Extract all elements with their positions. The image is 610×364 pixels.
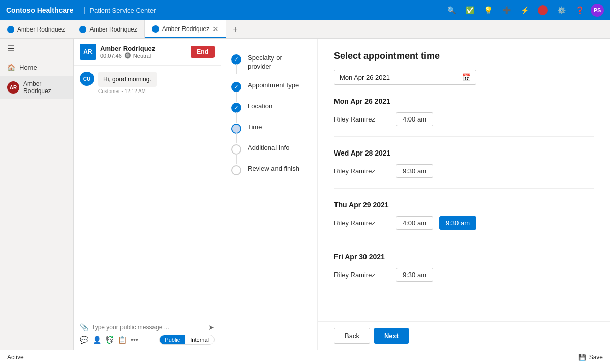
date-picker[interactable]: Mon Apr 26 2021 📅 xyxy=(334,70,476,85)
tab-label-2: Amber Rodriquez xyxy=(89,26,137,33)
bubble-text: Hi, good morning. xyxy=(98,72,157,87)
date-group-mon: Mon Apr 26 2021 Riley Ramirez 4:00 am xyxy=(334,97,594,137)
date-heading-mon: Mon Apr 26 2021 xyxy=(334,97,594,105)
public-mode-button[interactable]: Public xyxy=(160,335,185,344)
time-slot-thu-2[interactable]: 9:30 am xyxy=(439,216,476,230)
save-icon: 💾 xyxy=(578,354,586,361)
step-icon-1: ✓ xyxy=(231,54,241,65)
chat-header: AR Amber Rodriquez 00:07:46 🔘 Neutral En… xyxy=(74,39,221,66)
status-bar-right: 💾 Save xyxy=(578,354,603,361)
appointment-title: Select appointment time xyxy=(334,51,594,62)
tab-label-1: Amber Rodriquez xyxy=(17,26,65,33)
chat-toolbar: 💬 👤 💱 📋 ••• Public Internal xyxy=(80,331,215,346)
step-label-2: Appointment type xyxy=(248,81,299,90)
end-call-button[interactable]: End xyxy=(191,46,215,58)
chat-panel: AR Amber Rodriquez 00:07:46 🔘 Neutral En… xyxy=(74,39,221,350)
tab-label-3: Amber Rodriquez xyxy=(162,25,209,33)
main-layout: ☰ 🏠 Home AR Amber Rodriquez AR Amber Rod… xyxy=(0,39,610,350)
notification-badge xyxy=(538,5,548,15)
tab-amber-3[interactable]: Amber Rodriquez ✕ xyxy=(145,20,226,38)
date-heading-thu: Thu Apr 29 2021 xyxy=(334,201,594,209)
app-subtitle: Patient Service Center xyxy=(89,7,156,14)
next-button[interactable]: Next xyxy=(374,328,409,344)
internal-mode-button[interactable]: Internal xyxy=(185,335,214,344)
back-button[interactable]: Back xyxy=(334,328,370,344)
send-icon[interactable]: ➤ xyxy=(208,323,215,331)
steps-panel: ✓ Specialty or provider ✓ Appointment ty… xyxy=(221,39,318,350)
date-group-thu: Thu Apr 29 2021 Riley Ramirez 4:00 am 9:… xyxy=(334,201,594,240)
appointment-container: Select appointment time Mon Apr 26 2021 … xyxy=(318,39,610,321)
chat-tool-5[interactable]: ••• xyxy=(131,336,138,344)
chat-contact-name: Amber Rodriquez xyxy=(100,45,187,52)
hamburger-menu-icon[interactable]: ☰ xyxy=(0,39,73,58)
date-group-fri: Fri Apr 30 2021 Riley Ramirez 9:30 am xyxy=(334,253,594,292)
action-buttons: Back Next xyxy=(318,321,610,350)
step-time: Time xyxy=(221,118,317,139)
step-label-5: Additional Info xyxy=(248,144,289,153)
tab-person-icon-2 xyxy=(79,26,86,33)
settings-icon[interactable]: ⚙️ xyxy=(554,3,568,17)
checkmark-circle-icon[interactable]: ✅ xyxy=(463,3,477,17)
notification-icon[interactable] xyxy=(536,3,550,17)
nav-icons: 🔍 ✅ 💡 ➕ ⚡ ⚙️ ❓ PS xyxy=(444,3,604,17)
tab-add-button[interactable]: + xyxy=(226,20,245,38)
chat-timer: 00:07:46 xyxy=(100,53,122,59)
filter-icon[interactable]: ⚡ xyxy=(517,3,532,17)
brand-name: Contoso Healthcare xyxy=(6,6,73,14)
chat-tool-3[interactable]: 💱 xyxy=(105,336,114,344)
step-location: ✓ Location xyxy=(221,97,317,118)
step-review: Review and finish xyxy=(221,160,317,180)
chat-input-row: 📎 ➤ xyxy=(80,323,215,331)
time-slot-mon-1[interactable]: 4:00 am xyxy=(396,112,433,126)
agent-avatar: AR xyxy=(7,81,19,94)
step-icon-6 xyxy=(231,165,241,175)
time-slot-thu-1[interactable]: 4:00 am xyxy=(396,216,433,230)
help-icon[interactable]: ❓ xyxy=(572,3,587,17)
status-bar: Active 💾 Save xyxy=(0,350,610,364)
tab-amber-1[interactable]: Amber Rodriquez xyxy=(0,20,72,38)
tab-close-icon[interactable]: ✕ xyxy=(212,25,219,33)
search-icon[interactable]: 🔍 xyxy=(444,3,459,17)
slot-row-mon: Riley Ramirez 4:00 am xyxy=(334,112,594,126)
status-label: Active xyxy=(7,354,24,361)
tab-amber-2[interactable]: Amber Rodriquez xyxy=(72,20,144,38)
date-group-wed: Wed Apr 28 2021 Riley Ramirez 9:30 am xyxy=(334,149,594,189)
sidebar: ☰ 🏠 Home AR Amber Rodriquez xyxy=(0,39,74,350)
plus-icon[interactable]: ➕ xyxy=(499,3,513,17)
calendar-icon[interactable]: 📅 xyxy=(462,73,471,81)
user-avatar[interactable]: PS xyxy=(591,4,604,17)
provider-name-thu: Riley Ramirez xyxy=(334,219,390,227)
provider-name-mon: Riley Ramirez xyxy=(334,115,390,123)
provider-name-wed: Riley Ramirez xyxy=(334,167,390,175)
sidebar-item-home[interactable]: 🏠 Home xyxy=(0,58,73,76)
tab-person-icon-3 xyxy=(152,25,159,33)
step-icon-3: ✓ xyxy=(231,103,241,113)
bubble-content: Hi, good morning. Customer · 12:12 AM xyxy=(98,72,215,94)
chat-input-field[interactable] xyxy=(92,324,205,331)
time-slot-fri-1[interactable]: 9:30 am xyxy=(396,268,433,282)
chat-tool-2[interactable]: 👤 xyxy=(93,336,101,344)
step-label-3: Location xyxy=(248,102,272,111)
provider-name-fri: Riley Ramirez xyxy=(334,271,390,279)
nav-divider: | xyxy=(83,6,85,15)
chat-tool-4[interactable]: 📋 xyxy=(118,336,127,344)
chat-tool-1[interactable]: 💬 xyxy=(80,336,88,344)
tab-person-icon-1 xyxy=(7,26,14,33)
save-label[interactable]: Save xyxy=(589,354,603,361)
chat-mode-toggle: Public Internal xyxy=(159,335,215,345)
step-label-6: Review and finish xyxy=(248,165,299,173)
chat-bubble: CU Hi, good morning. Customer · 12:12 AM xyxy=(80,72,215,94)
step-icon-4 xyxy=(231,124,241,134)
lightbulb-icon[interactable]: 💡 xyxy=(481,3,495,17)
date-heading-wed: Wed Apr 28 2021 xyxy=(334,149,594,157)
sidebar-item-agent[interactable]: AR Amber Rodriquez xyxy=(0,76,73,99)
slot-row-wed: Riley Ramirez 9:30 am xyxy=(334,164,594,178)
chat-messages: CU Hi, good morning. Customer · 12:12 AM xyxy=(74,66,221,319)
status-label: Neutral xyxy=(133,53,151,59)
home-icon: 🏠 xyxy=(7,64,15,71)
attachment-icon[interactable]: 📎 xyxy=(80,323,88,331)
time-slot-wed-1[interactable]: 9:30 am xyxy=(396,164,433,178)
chat-input-area: 📎 ➤ 💬 👤 💱 📋 ••• Public Internal xyxy=(74,319,221,350)
step-label-4: Time xyxy=(248,123,262,132)
chat-header-info: Amber Rodriquez 00:07:46 🔘 Neutral xyxy=(100,45,187,59)
